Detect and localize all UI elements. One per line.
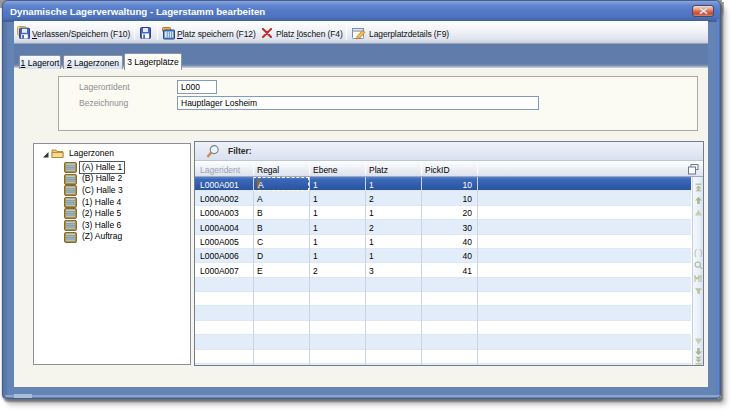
svg-text:( ): ( ) bbox=[694, 248, 703, 257]
